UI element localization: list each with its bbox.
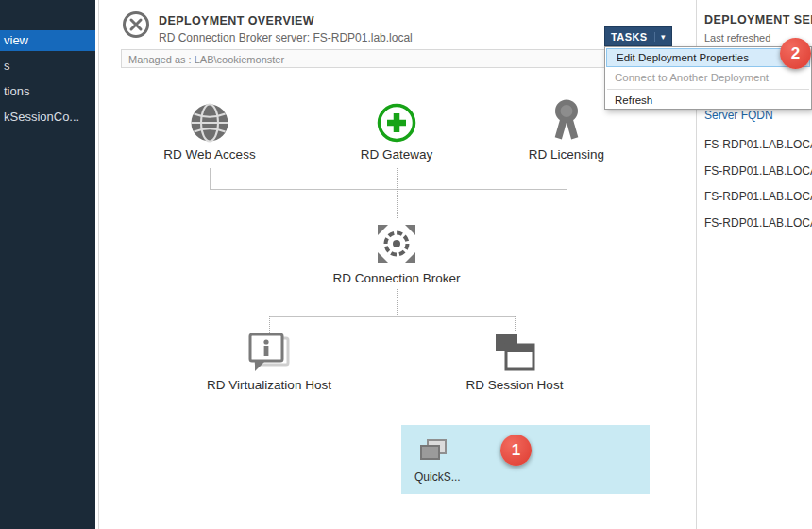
node-rd-virtualization-host[interactable]: RD Virtualization Host bbox=[184, 333, 354, 392]
connector-line bbox=[515, 316, 516, 331]
connector-line bbox=[269, 316, 516, 317]
broker-arrows-circle-icon bbox=[321, 220, 472, 267]
page-subtitle: RD Connection Broker server: FS-RDP01.la… bbox=[159, 31, 413, 44]
server-row[interactable]: FS-RDP01.LAB.LOCAL bbox=[704, 190, 812, 203]
node-rd-gateway[interactable]: RD Gateway bbox=[321, 102, 472, 162]
panel-title: DEPLOYMENT SERVERS bbox=[704, 13, 812, 26]
session-host-server-icon bbox=[439, 331, 590, 374]
node-rd-connection-broker[interactable]: RD Connection Broker bbox=[321, 220, 472, 285]
node-rd-web-access[interactable]: RD Web Access bbox=[134, 102, 285, 162]
menu-item-connect-another-deployment: Connect to Another Deployment bbox=[605, 68, 811, 88]
node-label: RD Web Access bbox=[134, 147, 285, 162]
server-row[interactable]: FS-RDP01.LAB.LOCAL bbox=[704, 138, 812, 151]
connector-line bbox=[397, 289, 398, 316]
sidebar-item-overview[interactable]: view bbox=[0, 30, 95, 51]
sidebar-divider bbox=[98, 0, 99, 529]
menu-item-refresh[interactable]: Refresh bbox=[605, 91, 811, 111]
connector-line bbox=[210, 189, 567, 190]
session-collection-tile[interactable]: QuickS... 1 bbox=[401, 425, 650, 494]
sidebar-item-collections[interactable]: tions bbox=[0, 81, 95, 102]
node-rd-session-host[interactable]: RD Session Host bbox=[439, 331, 590, 392]
last-refreshed-text: Last refreshed bbox=[704, 32, 770, 43]
server-row[interactable]: FS-RDP01.LAB.LOCAL bbox=[704, 216, 812, 230]
chevron-down-icon: ▾ bbox=[654, 32, 666, 42]
column-header-server-fqdn[interactable]: Server FQDN bbox=[704, 109, 773, 122]
globe-icon bbox=[134, 102, 285, 144]
connector-line bbox=[567, 168, 567, 189]
collection-label: QuickS... bbox=[414, 470, 461, 484]
connector-line bbox=[397, 168, 398, 218]
sidebar: view s tions kSessionCo... bbox=[0, 0, 95, 529]
connector-line bbox=[210, 168, 211, 189]
node-label: RD Session Host bbox=[439, 378, 590, 392]
tasks-button-label: TASKS bbox=[611, 31, 647, 43]
info-bubble-icon bbox=[184, 333, 354, 374]
menu-separator bbox=[607, 89, 809, 90]
node-label: RD Licensing bbox=[491, 147, 642, 162]
connector-line bbox=[269, 316, 270, 333]
sidebar-item-quicksessioncollection[interactable]: kSessionCo... bbox=[0, 107, 95, 128]
sidebar-item-servers[interactable]: s bbox=[0, 56, 95, 77]
collection-monitors-icon bbox=[418, 438, 448, 469]
tasks-button[interactable]: TASKS ▾ bbox=[604, 26, 672, 46]
node-label: RD Connection Broker bbox=[321, 271, 472, 285]
annotation-badge-2: 2 bbox=[780, 38, 811, 69]
deployment-overview-icon bbox=[122, 10, 150, 39]
page-title: DEPLOYMENT OVERVIEW bbox=[159, 14, 314, 27]
annotation-badge-1: 1 bbox=[500, 435, 532, 466]
node-label: RD Gateway bbox=[321, 147, 472, 162]
green-plus-icon bbox=[321, 102, 472, 144]
server-row[interactable]: FS-RDP01.LAB.LOCAL bbox=[704, 164, 812, 178]
node-label: RD Virtualization Host bbox=[184, 378, 354, 392]
